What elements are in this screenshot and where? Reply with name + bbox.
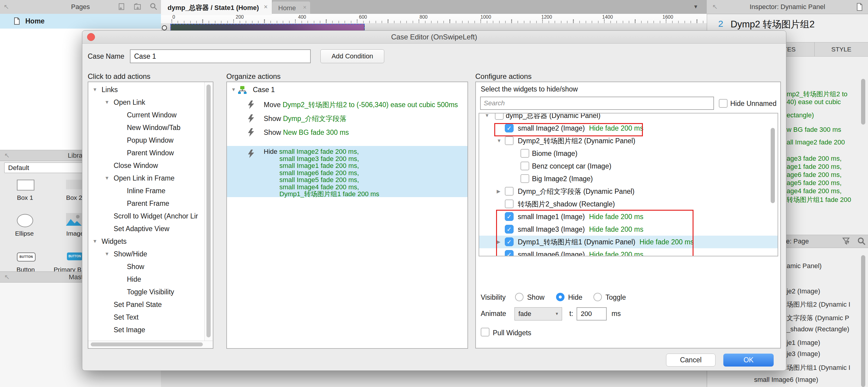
search-input[interactable]: Search [480,97,714,110]
chevron-down-icon[interactable]: ▼ [104,96,110,109]
radio-toggle[interactable] [593,293,602,301]
action-type-item[interactable]: Set Text [88,311,206,323]
case-node[interactable]: ▼ Case 1 [227,83,467,96]
widget-checkbox[interactable] [495,113,504,120]
outline-scrollbar[interactable] [861,255,865,387]
radio-show[interactable] [515,293,524,301]
action-type-item[interactable]: Set Panel State [88,298,206,311]
add-page-icon[interactable] [118,3,125,11]
widget-tree-row[interactable]: ▶Dymp_介绍文字段落 (Dynamic Panel) [479,185,778,198]
action-type-item[interactable]: Popup Window [88,134,206,146]
widget-tree-row[interactable]: Benz concept car (Image) [479,160,778,172]
ok-button[interactable]: OK [723,354,774,366]
chevron-down-icon[interactable]: ▼ [497,135,501,147]
action-type-item[interactable]: ▼Open Link in Frame [88,172,206,184]
vertical-scrollbar[interactable] [204,82,213,341]
close-tab-icon[interactable]: × [303,4,307,11]
chevron-down-icon[interactable]: ▼ [104,248,110,260]
tab-overflow-chevron-icon[interactable]: ▼ [693,4,702,11]
close-tab-icon[interactable]: × [264,3,268,11]
widget-checkbox[interactable] [505,200,514,208]
outline-item[interactable]: je3 (Image) [786,350,820,358]
action-type-item[interactable]: Show [88,260,206,273]
widget-checkbox[interactable] [521,162,529,170]
animate-select[interactable]: fade ▼ [515,307,562,320]
action-item[interactable]: Show New BG fade 300 ms [227,126,467,139]
radio-hide[interactable] [556,293,564,301]
collapse-panel-icon[interactable]: ↖ [4,271,10,283]
widget-checkbox[interactable] [505,187,514,196]
action-item[interactable]: Show Dymp_介绍文字段落 [227,112,467,126]
add-condition-button[interactable]: Add Condition [320,49,384,63]
action-type-item[interactable]: ▼Show/Hide [88,248,206,260]
action-type-item[interactable]: Current Window [88,109,206,121]
widget-checkbox[interactable] [521,174,529,183]
action-type-item[interactable]: New Window/Tab [88,121,206,134]
action-type-item[interactable]: Parent Window [88,146,206,159]
action-type-item[interactable]: Set Image [88,323,206,336]
widget-name-field[interactable]: Dymp2 转场图片组2 [731,18,815,31]
outline-item[interactable]: 场图片组1 (Dynamic I [786,363,850,372]
radio-show-label[interactable]: Show [527,293,545,302]
outline-item[interactable]: small Image6 (Image) [754,376,818,384]
collapse-panel-icon[interactable]: ↖ [4,149,10,162]
action-type-item[interactable]: Toggle Visibility [88,286,206,298]
pull-widgets-checkbox[interactable] [481,328,490,337]
radio-hide-label[interactable]: Hide [568,293,582,302]
cancel-button[interactable]: Cancel [666,354,715,366]
tab-home[interactable]: Home × [272,1,310,14]
collapse-panel-icon[interactable]: ↖ [4,1,9,13]
action-item[interactable]: Move Dymp2_转场图片组2 to (-506,340) ease out… [227,98,467,112]
action-type-item[interactable]: ▼Links [88,83,206,96]
outline-item[interactable]: je2 (Image) [786,287,820,295]
widget-image-icon[interactable] [66,213,82,226]
search-icon[interactable] [150,3,158,10]
widget-checkbox[interactable] [521,149,529,158]
doc-icon[interactable] [857,3,863,11]
chevron-down-icon[interactable]: ▼ [231,83,236,96]
widget-ellipse-icon[interactable] [17,214,33,227]
tab-dymp-state1-home[interactable]: dymp_总容器 / State1 (Home) × [161,0,272,15]
action-type-item[interactable]: ▼Open Link [88,96,206,109]
radio-toggle-label[interactable]: Toggle [606,293,626,302]
outline-item[interactable]: _shadow (Rectangle) [786,325,849,333]
widget-tree-row[interactable]: 转场图片2_shadow (Rectangle) [479,198,778,210]
chevron-right-icon[interactable]: ▶ [497,185,500,198]
case-name-input[interactable]: Case 1 [130,49,311,63]
filter-icon[interactable] [842,238,851,245]
widget-checkbox[interactable] [505,136,514,145]
action-type-item[interactable]: Set Adaptive View [88,222,206,235]
search-icon[interactable] [858,237,866,246]
collapse-panel-icon[interactable]: ↖ [712,1,718,13]
widget-tree-row[interactable]: Biome (Image) [479,147,778,160]
horizontal-scrollbar[interactable] [88,341,213,348]
action-type-item[interactable]: Parent Frame [88,197,206,210]
inspector-scrollbar[interactable] [861,79,865,125]
widget-tree-row[interactable]: ▼Dymp2_转场图片组2 (Dynamic Panel) [479,135,778,147]
duration-input[interactable]: 200 [577,307,607,320]
action-type-item[interactable]: Hide [88,273,206,286]
chevron-down-icon[interactable]: ▼ [93,235,97,248]
chevron-down-icon[interactable]: ▼ [104,172,110,184]
widget-box2-icon[interactable] [66,180,82,189]
chevron-down-icon[interactable]: ▼ [93,83,97,96]
outline-item[interactable]: je1 (Image) [786,339,820,347]
outline-item[interactable]: 文字段落 (Dynamic P [786,314,849,323]
action-type-item[interactable]: Inline Frame [88,184,206,197]
tree-scrollbar[interactable] [771,128,775,203]
widget-button-icon[interactable]: BUTTON [17,252,36,261]
sidebar-item-home[interactable]: Home [0,14,161,29]
outline-item[interactable]: 场图片组2 (Dynamic I [786,300,850,309]
add-folder-icon[interactable] [134,3,142,11]
close-window-icon[interactable] [87,33,95,41]
action-type-item[interactable]: Scroll to Widget (Anchor Lir [88,210,206,222]
action-item-selected[interactable]: Hide small Image2 fade 200 ms,small Imag… [227,146,467,197]
tab-style[interactable]: STYLE [815,42,868,56]
action-type-item[interactable]: ▼Widgets [88,235,206,248]
chevron-down-icon[interactable]: ▼ [485,113,490,122]
widget-tree-row[interactable]: ▼dymp_总容器 (Dynamic Panel) [479,113,778,122]
action-type-item[interactable]: Close Window [88,159,206,172]
widget-tree-row[interactable]: Big Image2 (Image) [479,172,778,185]
dialog-title-bar[interactable]: Case Editor (OnSwipeLeft) [82,31,786,44]
outline-item[interactable]: amic Panel) [786,262,822,270]
